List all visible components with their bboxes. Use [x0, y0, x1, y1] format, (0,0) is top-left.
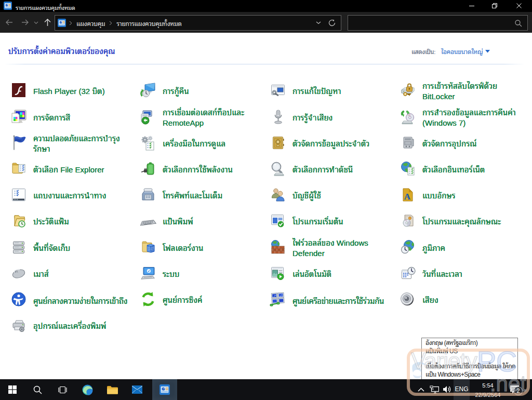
- svg-text:A: A: [404, 192, 411, 202]
